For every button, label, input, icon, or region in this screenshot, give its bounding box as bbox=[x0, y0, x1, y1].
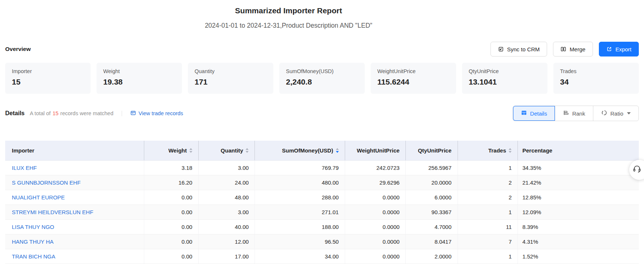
stat-label: Weight bbox=[103, 68, 175, 74]
sync-to-crm-button[interactable]: Sync to CRM bbox=[490, 42, 547, 56]
stats-cards: Importer 15 Weight 19.38 Quantity 171 Su… bbox=[0, 63, 644, 94]
weight-unit-price-cell: 0.0000 bbox=[345, 234, 405, 249]
column-header-percentage: Percentage bbox=[518, 141, 639, 160]
tab-rank[interactable]: Rank bbox=[555, 106, 593, 121]
column-header-importer: Importer bbox=[5, 141, 144, 160]
stat-card-quantity: Quantity 171 bbox=[188, 63, 273, 94]
qty-unit-price-cell: 8.0417 bbox=[406, 234, 458, 249]
weight-unit-price-cell: 0.0000 bbox=[345, 205, 405, 219]
weight-cell: 0.00 bbox=[144, 234, 198, 249]
trades-cell: 1 bbox=[458, 160, 518, 175]
table-row: HANG THUY HA 0.00 12.00 96.50 0.0000 8.0… bbox=[5, 234, 639, 249]
importer-link[interactable]: LISA THUY NGO bbox=[12, 224, 54, 230]
tab-details[interactable]: Details bbox=[513, 106, 555, 121]
tab-rank-label: Rank bbox=[572, 110, 585, 117]
matched-prefix: A total of bbox=[30, 110, 50, 116]
percentage-cell: 1.52% bbox=[518, 249, 639, 264]
column-header-quantity[interactable]: Quantity bbox=[198, 141, 254, 160]
qty-unit-price-cell: 256.5967 bbox=[406, 160, 458, 175]
importer-link[interactable]: HANG THUY HA bbox=[12, 239, 54, 245]
quantity-cell: 17.00 bbox=[198, 249, 254, 264]
weight-cell: 0.00 bbox=[144, 190, 198, 205]
stat-value: 2,240.8 bbox=[286, 78, 358, 86]
column-header-trades[interactable]: Trades bbox=[458, 141, 518, 160]
stat-value: 19.38 bbox=[103, 78, 175, 86]
importer-table: Importer Weight Quantity SumOfMoney(USD)… bbox=[5, 141, 639, 264]
importer-link[interactable]: NUALIGHT EUROPE bbox=[12, 194, 65, 200]
tab-ratio-label: Ratio bbox=[610, 110, 623, 117]
sum-cell: 769.79 bbox=[255, 160, 345, 175]
weight-cell: 0.00 bbox=[144, 219, 198, 234]
records-icon bbox=[130, 110, 136, 117]
weight-unit-price-cell: 29.6296 bbox=[345, 175, 405, 190]
sort-carets-icon[interactable] bbox=[246, 148, 249, 153]
percentage-cell: 21.42% bbox=[518, 175, 639, 190]
column-header-qty-unit-price: QtyUnitPrice bbox=[406, 141, 458, 160]
column-header-sum-of-money[interactable]: SumOfMoney(USD) bbox=[255, 141, 345, 160]
weight-cell: 3.18 bbox=[144, 160, 198, 175]
headset-icon bbox=[633, 165, 641, 175]
page-title: Summarized Importer Report bbox=[0, 5, 577, 16]
table-row: STREYMI HEILDVERSLUN EHF 0.00 3.00 271.0… bbox=[5, 205, 639, 219]
qty-unit-price-cell: 6.0000 bbox=[406, 190, 458, 205]
importer-link[interactable]: STREYMI HEILDVERSLUN EHF bbox=[12, 209, 93, 215]
sum-cell: 271.01 bbox=[255, 205, 345, 219]
toolbar-actions: Sync to CRM Merge Export bbox=[490, 42, 639, 56]
stat-card-importer: Importer 15 bbox=[5, 63, 91, 94]
importer-link[interactable]: TRAN BICH NGA bbox=[12, 253, 55, 260]
quantity-cell: 48.00 bbox=[198, 190, 254, 205]
trades-cell: 2 bbox=[458, 190, 518, 205]
view-mode-switch: Details Rank Ratio bbox=[513, 106, 639, 121]
trades-cell: 2 bbox=[458, 175, 518, 190]
caret-down-icon bbox=[627, 112, 631, 114]
bar-chart-icon bbox=[563, 110, 569, 117]
column-header-weight[interactable]: Weight bbox=[144, 141, 198, 160]
stat-label: QtyUnitPrice bbox=[469, 68, 541, 74]
trades-cell: 1 bbox=[458, 205, 518, 219]
table-header-row: Importer Weight Quantity SumOfMoney(USD)… bbox=[5, 141, 639, 160]
percentage-cell: 12.09% bbox=[518, 205, 639, 219]
stat-label: Importer bbox=[12, 68, 84, 74]
merge-button[interactable]: Merge bbox=[553, 42, 593, 56]
qty-unit-price-cell: 20.0000 bbox=[406, 175, 458, 190]
sort-carets-icon[interactable] bbox=[189, 148, 192, 153]
table-row: TRAN BICH NGA 0.00 17.00 34.00 0.0000 2.… bbox=[5, 249, 639, 264]
matched-records-text: A total of15records were matched bbox=[30, 110, 113, 116]
weight-cell: 16.20 bbox=[144, 175, 198, 190]
weight-cell: 0.00 bbox=[144, 249, 198, 264]
details-heading: Details bbox=[5, 110, 24, 117]
sort-carets-icon[interactable] bbox=[336, 148, 339, 153]
sync-icon bbox=[498, 46, 504, 52]
importer-link[interactable]: ILUX EHF bbox=[12, 165, 37, 171]
column-header-weight-unit-price: WeightUnitPrice bbox=[345, 141, 405, 160]
report-header: Summarized Importer Report 2024-01-01 to… bbox=[0, 0, 577, 30]
stat-value: 171 bbox=[195, 78, 267, 86]
details-bar: Details A total of15records were matched… bbox=[0, 106, 644, 121]
percentage-cell: 8.39% bbox=[518, 219, 639, 234]
trades-cell: 1 bbox=[458, 249, 518, 264]
overview-toolbar: Overview Sync to CRM Merge bbox=[0, 42, 644, 56]
stat-value: 15 bbox=[12, 78, 84, 86]
sum-cell: 188.00 bbox=[255, 219, 345, 234]
export-button[interactable]: Export bbox=[599, 42, 639, 56]
quantity-cell: 3.00 bbox=[198, 160, 254, 175]
stat-card-weight-unit-price: WeightUnitPrice 115.6244 bbox=[371, 63, 456, 94]
stat-card-weight: Weight 19.38 bbox=[97, 63, 182, 94]
matched-count: 15 bbox=[53, 110, 58, 116]
tab-ratio[interactable]: Ratio bbox=[593, 106, 638, 121]
sort-carets-icon[interactable] bbox=[509, 148, 512, 153]
table-row: ILUX EHF 3.18 3.00 769.79 242.0723 256.5… bbox=[5, 160, 639, 175]
view-trade-records-link[interactable]: View trade records bbox=[130, 110, 183, 117]
quantity-cell: 40.00 bbox=[198, 219, 254, 234]
export-icon bbox=[606, 46, 612, 52]
importer-link[interactable]: S GUNNBJORNSSON EHF bbox=[12, 179, 81, 186]
weight-unit-price-cell: 242.0723 bbox=[345, 160, 405, 175]
tab-details-label: Details bbox=[530, 110, 547, 117]
percentage-cell: 34.35% bbox=[518, 160, 639, 175]
qty-unit-price-cell: 4.7000 bbox=[406, 219, 458, 234]
percentage-cell: 4.31% bbox=[518, 234, 639, 249]
weight-cell: 0.00 bbox=[144, 205, 198, 219]
merge-label: Merge bbox=[570, 46, 586, 52]
donut-icon bbox=[601, 110, 607, 117]
stat-card-sum-of-money: SumOfMoney(USD) 2,240.8 bbox=[279, 63, 365, 94]
